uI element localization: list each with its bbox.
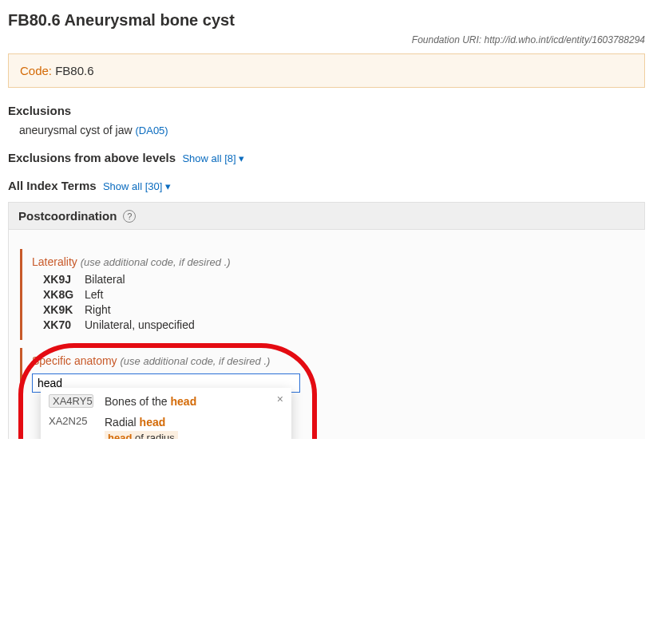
suggestion-text: Bones of the head [105,394,283,409]
anatomy-autocomplete-dropdown: × XA4RY5 Bones of the head XA2N25 Radial… [41,388,291,439]
laterality-code: XK9K [43,303,85,316]
code-value: FB80.6 [55,64,93,77]
laterality-list: XK9JBilateral XK8GLeft XK9KRight XK70Uni… [43,273,645,331]
exclusion-text: aneurysmal cyst of jaw [19,124,133,136]
suggestion-text: Radial head [105,415,283,429]
exclusions-from-above: Exclusions from above levels Show all [8… [8,151,645,164]
suggestion-code: XA2N25 [49,415,93,427]
suggestion-subtext: head of radius [105,431,178,439]
laterality-label: Bilateral [85,273,125,286]
dropdown-item[interactable]: XA4RY5 Bones of the head [41,391,291,412]
axis-laterality-name: Laterality [32,255,77,268]
foundation-uri: Foundation URI: http://id.who.int/icd/en… [8,34,645,45]
laterality-code: XK70 [43,318,85,331]
index-terms-heading: All Index Terms [8,179,97,192]
axis-laterality: Laterality (use additional code, if desi… [20,249,645,340]
suggestion-code: XA4RY5 [49,394,93,408]
exclusions-above-heading: Exclusions from above levels [8,151,176,164]
axis-anatomy-hint: (use additional code, if desired .) [121,355,271,367]
help-icon[interactable]: ? [123,210,136,223]
axis-laterality-hint: (use additional code, if desired .) [81,256,231,268]
close-icon[interactable]: × [277,393,283,405]
laterality-code: XK8G [43,288,85,301]
page-title: FB80.6 Aneurysmal bone cyst [8,11,645,30]
laterality-code: XK9J [43,273,85,286]
show-all-exclusions-link[interactable]: Show all [8] ▾ [182,152,244,164]
all-index-terms: All Index Terms Show all [30] ▾ [8,179,645,192]
laterality-item[interactable]: XK9JBilateral [43,273,645,286]
postcoordination-header: Postcoordination ? [8,202,645,230]
laterality-item[interactable]: XK8GLeft [43,288,645,301]
exclusion-ref-link[interactable]: (DA05) [136,124,168,136]
laterality-item[interactable]: XK70Unilateral, unspecified [43,318,645,331]
laterality-item[interactable]: XK9KRight [43,303,645,316]
laterality-label: Right [85,303,111,316]
show-all-index-terms-link[interactable]: Show all [30] ▾ [103,180,171,192]
dropdown-item[interactable]: XA2N25 Radial head head of radius [41,412,291,439]
code-label: Code: [20,64,52,77]
exclusion-line: aneurysmal cyst of jaw (DA05) [19,124,645,136]
code-box: Code: FB80.6 [8,53,645,88]
laterality-label: Unilateral, unspecified [85,318,195,331]
laterality-label: Left [85,288,103,301]
exclusions-heading: Exclusions [8,104,645,117]
axis-anatomy-name: Specific anatomy [32,354,117,367]
postcoordination-body: Laterality (use additional code, if desi… [8,230,645,439]
postcoordination-title: Postcoordination [18,209,117,223]
